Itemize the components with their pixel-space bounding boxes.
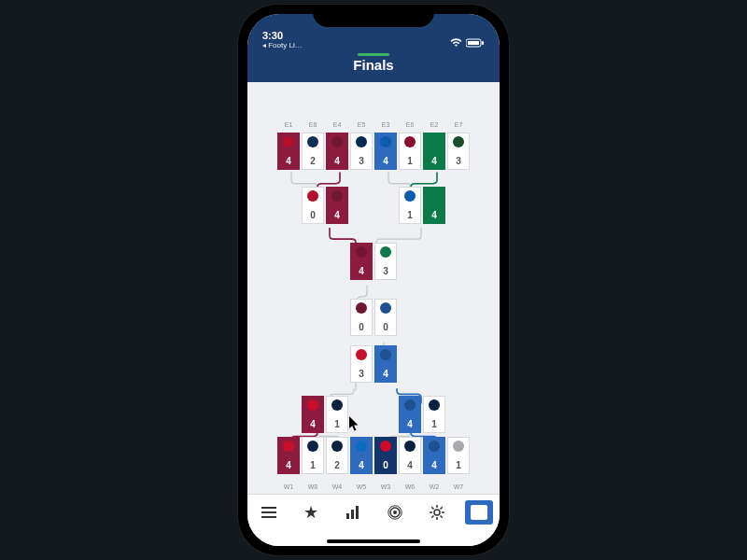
east-round2[interactable]: 0414	[247, 187, 500, 224]
score: 1	[456, 460, 461, 470]
west-seeds: W1W8W4W5W3W6W2W7	[247, 483, 500, 490]
svg-line-18	[440, 516, 442, 518]
team-logo-phi	[380, 136, 391, 147]
west-conf-final[interactable]: 34	[247, 345, 500, 383]
team-logo-sas	[453, 441, 464, 452]
matchup-cell[interactable]: 4	[350, 243, 373, 280]
matchup-cell[interactable]: 4	[277, 437, 300, 474]
svg-point-12	[434, 510, 440, 515]
seed-label: E5	[350, 121, 373, 128]
seed-label: E2	[423, 121, 445, 128]
score: 3	[383, 266, 388, 276]
matchup-cell[interactable]: 4	[302, 396, 324, 433]
score: 1	[407, 156, 413, 166]
home-indicator	[327, 539, 420, 543]
tab-bar: ★★	[247, 494, 500, 546]
team-logo-hou	[283, 441, 294, 452]
bracket-icon[interactable]: ★	[465, 500, 493, 525]
team-logo-nop	[429, 399, 440, 411]
seed-label: W5	[350, 483, 373, 490]
team-logo-was	[307, 136, 318, 147]
seed-label: W7	[447, 483, 470, 490]
team-logo-gsw	[404, 399, 416, 411]
team-logo-mia	[404, 136, 416, 147]
team-logo-bos	[429, 190, 440, 202]
seed-label: E6	[399, 121, 421, 128]
seed-label: W4	[326, 483, 348, 490]
matchup-cell[interactable]: 3	[350, 345, 373, 383]
score: 4	[286, 156, 291, 166]
east-round1[interactable]: 42434143	[247, 133, 500, 170]
score: 3	[456, 156, 461, 166]
score: 1	[431, 419, 437, 429]
matchup-cell[interactable]: 0	[374, 437, 397, 474]
matchup-cell[interactable]: 4	[326, 187, 348, 224]
seed-label: E8	[302, 121, 324, 128]
matchup-cell[interactable]: 1	[302, 437, 324, 474]
matchup-cell[interactable]: 3	[447, 133, 470, 170]
svg-rect-23	[473, 515, 485, 517]
score: 4	[334, 156, 340, 166]
status-time: 3:30	[262, 30, 303, 41]
phone-frame: 3:30 ◂ Footy Li… Finals	[238, 5, 509, 555]
star-icon[interactable]: ★	[297, 500, 325, 525]
svg-point-9	[393, 511, 397, 514]
bracket[interactable]: E1E8E4E5E3E6E2E7 42434143 0414 43 00 34 …	[247, 82, 500, 494]
matchup-cell[interactable]: 2	[302, 133, 324, 170]
notch	[313, 5, 434, 27]
gear-icon[interactable]	[423, 500, 451, 525]
seed-label: E1	[277, 121, 300, 128]
seed-label: W3	[374, 483, 397, 490]
matchup-cell[interactable]: 0	[302, 187, 324, 224]
matchup-cell[interactable]: 3	[374, 243, 397, 280]
matchup-cell[interactable]: 1	[423, 396, 445, 433]
matchup-cell[interactable]: 4	[374, 345, 397, 383]
wifi-icon	[450, 38, 462, 49]
screen: 3:30 ◂ Footy Li… Finals	[247, 14, 500, 546]
back-to-app[interactable]: ◂ Footy Li…	[262, 41, 303, 49]
matchup-cell[interactable]: 4	[423, 187, 445, 224]
seed-label: E7	[447, 121, 470, 128]
header: Finals	[247, 51, 500, 82]
svg-line-19	[431, 516, 433, 518]
finals[interactable]: 00	[247, 299, 500, 336]
matchup-cell[interactable]: 1	[399, 133, 421, 170]
team-logo-hou	[356, 349, 367, 360]
score: 4	[359, 266, 364, 276]
team-logo-gsw	[380, 302, 391, 314]
matchup-cell[interactable]: 3	[350, 133, 373, 170]
menu-icon[interactable]	[255, 500, 283, 525]
score: 4	[383, 156, 388, 166]
matchup-cell[interactable]: 4	[277, 133, 300, 170]
score: 4	[407, 460, 413, 470]
podcast-icon[interactable]	[381, 500, 409, 525]
matchup-cell[interactable]: 4	[326, 133, 348, 170]
score: 1	[334, 419, 340, 429]
team-logo-cle	[356, 302, 367, 314]
team-logo-por	[380, 441, 391, 452]
team-logo-uta	[331, 399, 343, 411]
score: 2	[310, 156, 316, 166]
west-round2[interactable]: 4141	[247, 396, 500, 433]
score: 0	[359, 322, 364, 332]
matchup-cell[interactable]: 1	[326, 396, 348, 433]
chart-icon[interactable]	[339, 500, 367, 525]
matchup-cell[interactable]: 4	[374, 133, 397, 170]
seed-label: W8	[302, 483, 324, 490]
team-logo-phi	[404, 190, 416, 202]
matchup-cell[interactable]: 4	[399, 437, 421, 474]
west-round1[interactable]: 41240441	[247, 437, 500, 474]
matchup-cell[interactable]: 4	[399, 396, 421, 433]
matchup-cell[interactable]: 0	[350, 299, 373, 336]
matchup-cell[interactable]: 1	[447, 437, 470, 474]
team-logo-tor	[307, 190, 318, 202]
score: 3	[359, 369, 364, 379]
matchup-cell[interactable]: 4	[423, 133, 445, 170]
score: 3	[359, 156, 364, 166]
east-conf-final[interactable]: 43	[247, 243, 500, 280]
matchup-cell[interactable]: 0	[374, 299, 397, 336]
matchup-cell[interactable]: 1	[399, 187, 421, 224]
matchup-cell[interactable]: 4	[423, 437, 445, 474]
matchup-cell[interactable]: 4	[350, 437, 373, 474]
matchup-cell[interactable]: 2	[326, 437, 348, 474]
